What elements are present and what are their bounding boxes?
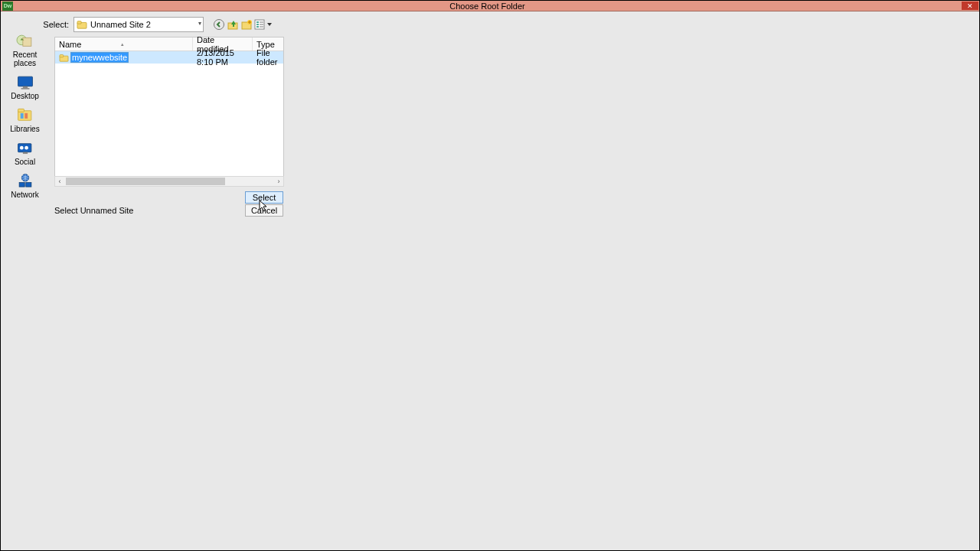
- file-list[interactable]: Name ▴ Date modified Type mynewwebsite 2…: [54, 37, 284, 187]
- svg-rect-1: [22, 37, 31, 46]
- svg-rect-7: [20, 113, 23, 119]
- svg-rect-25: [256, 26, 259, 28]
- svg-rect-2: [18, 77, 32, 86]
- nav-buttons: [213, 18, 273, 31]
- file-name-cell[interactable]: mynewwebsite: [55, 51, 193, 64]
- svg-point-10: [19, 146, 23, 150]
- sidebar-item-label: Recent places: [4, 51, 47, 67]
- svg-rect-15: [25, 183, 31, 187]
- select-label: Select:: [31, 20, 74, 29]
- svg-rect-17: [77, 21, 81, 24]
- path-toolbar: Select: Unnamed Site 2 ▾: [49, 16, 273, 33]
- desktop-icon: [15, 74, 35, 91]
- column-name[interactable]: Name ▴: [55, 37, 193, 51]
- sidebar-item-label: Social: [15, 158, 35, 166]
- views-icon: [254, 18, 273, 31]
- file-type-cell: File folder: [253, 51, 283, 64]
- svg-point-18: [214, 20, 224, 30]
- new-folder-button[interactable]: [240, 18, 253, 31]
- places-sidebar: Recent places Desktop Libraries Social: [1, 11, 49, 550]
- sidebar-item-label: Desktop: [11, 92, 39, 100]
- svg-rect-8: [24, 113, 28, 119]
- chevron-down-icon: ▾: [198, 20, 201, 27]
- work-area: Recent places Desktop Libraries Social: [1, 11, 979, 550]
- new-folder-icon: [240, 18, 253, 31]
- sidebar-item-libraries[interactable]: Libraries: [4, 107, 47, 133]
- path-dropdown[interactable]: Unnamed Site 2 ▾: [74, 17, 204, 32]
- sidebar-item-recent-places[interactable]: Recent places: [4, 33, 47, 67]
- svg-rect-6: [18, 109, 24, 112]
- cancel-button[interactable]: Cancel: [245, 204, 283, 217]
- svg-rect-27: [260, 24, 263, 25]
- file-date-cell: 2/13/2015 8:10 PM: [193, 51, 253, 64]
- svg-point-11: [24, 146, 28, 150]
- sidebar-item-network[interactable]: Network: [4, 173, 47, 199]
- close-button[interactable]: ✕: [962, 2, 978, 10]
- scroll-thumb[interactable]: [66, 178, 225, 185]
- app-icon: Dw: [2, 2, 13, 11]
- svg-rect-28: [260, 26, 263, 28]
- window-root: Dw Choose Root Folder ✕ Recent places De…: [0, 0, 980, 551]
- path-value: Unnamed Site 2: [90, 20, 151, 29]
- sidebar-item-desktop[interactable]: Desktop: [4, 74, 47, 100]
- up-icon: [227, 18, 239, 31]
- recent-places-icon: [15, 33, 35, 50]
- svg-rect-14: [19, 183, 24, 187]
- svg-rect-24: [256, 24, 259, 25]
- up-button[interactable]: [227, 18, 239, 31]
- svg-rect-4: [21, 88, 29, 90]
- svg-rect-23: [256, 21, 259, 23]
- libraries-icon: [15, 107, 35, 124]
- scroll-left-button[interactable]: ‹: [55, 178, 64, 185]
- main-pane: Select: Unnamed Site 2 ▾: [49, 11, 979, 550]
- folder-icon: [77, 20, 87, 29]
- status-text: Select Unnamed Site: [54, 206, 133, 215]
- svg-rect-12: [22, 152, 27, 154]
- svg-rect-30: [60, 54, 64, 57]
- folder-icon: [59, 54, 69, 62]
- back-icon: [213, 18, 225, 31]
- window-title: Choose Root Folder: [13, 2, 962, 11]
- svg-rect-3: [22, 86, 27, 88]
- sidebar-item-label: Network: [11, 191, 39, 199]
- rename-input[interactable]: mynewwebsite: [70, 52, 129, 63]
- svg-rect-26: [260, 21, 263, 23]
- views-button[interactable]: [254, 18, 273, 31]
- select-button[interactable]: Select: [245, 191, 283, 204]
- column-headers: Name ▴ Date modified Type: [55, 37, 283, 51]
- sort-indicator-icon: ▴: [121, 41, 124, 47]
- scroll-track[interactable]: [64, 177, 274, 186]
- file-row[interactable]: mynewwebsite 2/13/2015 8:10 PM File fold…: [55, 51, 283, 64]
- sidebar-item-social[interactable]: Social: [4, 140, 47, 166]
- network-icon: [15, 173, 35, 190]
- social-icon: [15, 140, 35, 157]
- horizontal-scrollbar[interactable]: ‹ ›: [54, 176, 284, 187]
- scroll-right-button[interactable]: ›: [274, 178, 283, 185]
- title-bar[interactable]: Dw Choose Root Folder ✕: [1, 1, 979, 11]
- back-button[interactable]: [213, 18, 225, 31]
- sidebar-item-label: Libraries: [10, 125, 39, 133]
